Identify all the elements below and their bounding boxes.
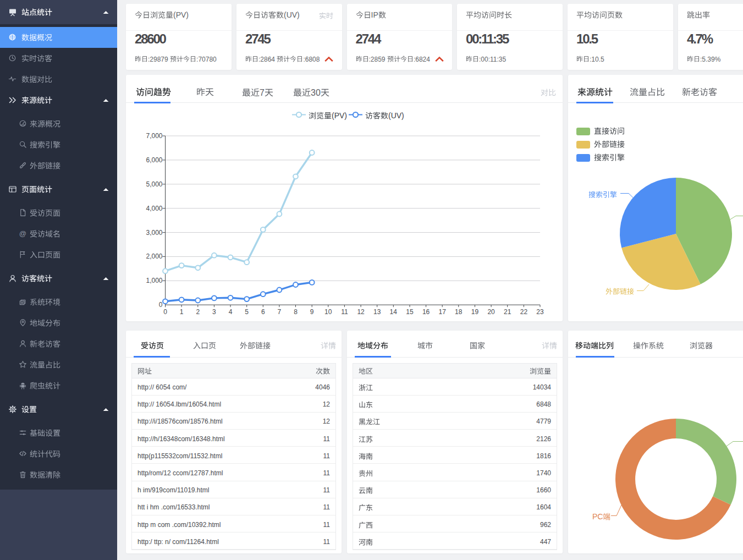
- svg-text:@: @: [19, 229, 26, 238]
